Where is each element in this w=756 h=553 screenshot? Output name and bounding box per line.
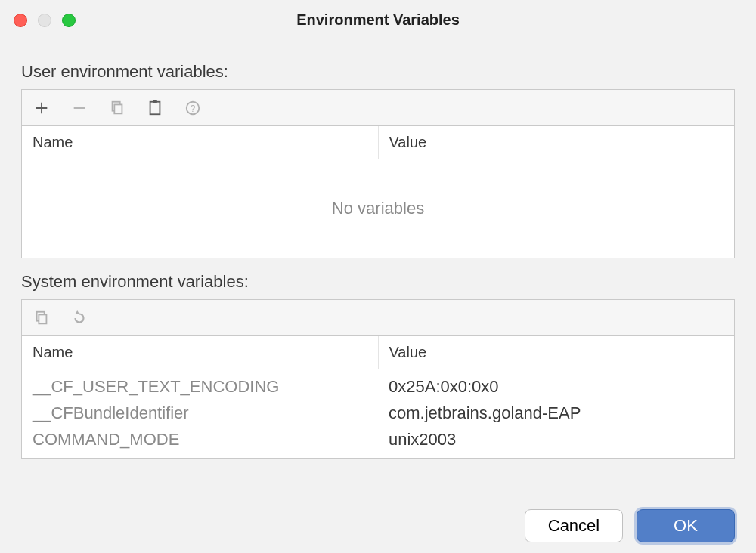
help-icon: ? <box>182 97 203 119</box>
user-col-name[interactable]: Name <box>22 126 379 159</box>
ok-button[interactable]: OK <box>637 509 735 542</box>
user-col-value[interactable]: Value <box>379 126 735 159</box>
system-vars-toolbar <box>22 300 734 336</box>
system-vars-panel: Name Value __CF_USER_TEXT_ENCODING 0x25A… <box>21 299 735 459</box>
titlebar: Environment Variables <box>0 0 756 36</box>
minimize-icon <box>38 14 51 27</box>
close-icon[interactable] <box>14 14 27 27</box>
cancel-button[interactable]: Cancel <box>525 509 623 542</box>
zoom-icon[interactable] <box>62 14 76 27</box>
svg-rect-7 <box>39 314 46 323</box>
dialog-buttons: Cancel OK <box>0 496 756 553</box>
user-vars-label: User environment variables: <box>21 62 735 82</box>
user-empty-message: No variables <box>332 199 424 218</box>
table-row[interactable]: __CFBundleIdentifier com.jetbrains.golan… <box>22 399 734 425</box>
add-icon[interactable] <box>31 97 52 119</box>
remove-icon <box>69 97 90 119</box>
table-row[interactable]: __CF_USER_TEXT_ENCODING 0x25A:0x0:0x0 <box>22 372 734 399</box>
var-value: unix2003 <box>378 425 734 452</box>
user-vars-toolbar: ? <box>22 90 734 126</box>
system-table-body[interactable]: __CF_USER_TEXT_ENCODING 0x25A:0x0:0x0 __… <box>22 369 734 458</box>
var-name: __CFBundleIdentifier <box>22 399 378 425</box>
paste-icon[interactable] <box>144 97 166 119</box>
user-table-header: Name Value <box>22 126 734 159</box>
revert-icon <box>69 307 90 329</box>
var-value: 0x25A:0x0:0x0 <box>378 372 734 399</box>
svg-rect-2 <box>150 101 160 114</box>
var-name: COMMAND_MODE <box>22 425 378 452</box>
copy-icon <box>107 97 128 119</box>
svg-rect-1 <box>114 104 122 113</box>
window-title: Environment Variables <box>12 11 744 29</box>
svg-text:?: ? <box>191 103 196 113</box>
system-col-name[interactable]: Name <box>22 336 379 369</box>
table-row[interactable]: COMMAND_MODE unix2003 <box>22 425 734 452</box>
system-vars-label: System environment variables: <box>21 272 735 292</box>
user-table-body[interactable]: No variables <box>22 159 734 258</box>
system-table-header: Name Value <box>22 336 734 369</box>
var-value: com.jetbrains.goland-EAP <box>378 399 734 425</box>
dialog-content: User environment variables: ? <box>0 36 756 496</box>
environment-variables-dialog: Environment Variables User environment v… <box>0 0 756 553</box>
user-vars-panel: ? Name Value No variables <box>21 89 735 258</box>
svg-rect-3 <box>153 100 157 103</box>
window-controls <box>14 14 76 27</box>
system-col-value[interactable]: Value <box>379 336 735 369</box>
copy-icon <box>31 307 52 329</box>
var-name: __CF_USER_TEXT_ENCODING <box>22 372 378 399</box>
